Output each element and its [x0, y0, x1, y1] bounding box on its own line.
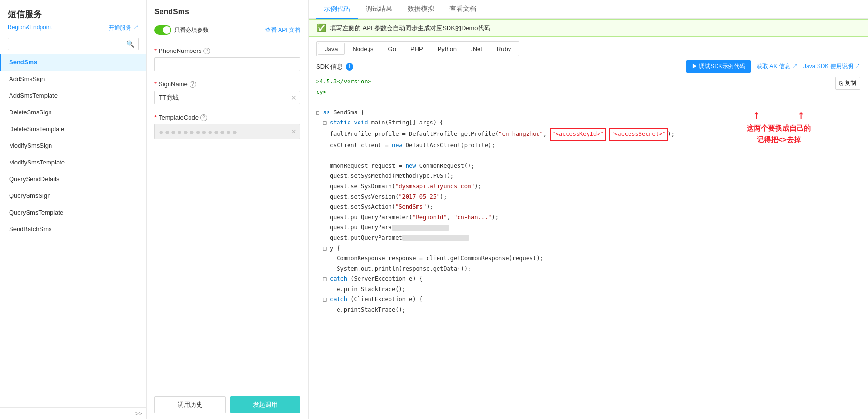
code-line-9: mmonRequest request = new CommonRequest(… — [316, 161, 860, 172]
templatecode-help-icon[interactable]: ? — [200, 114, 207, 121]
sdk-info-help-icon[interactable]: i — [346, 63, 353, 71]
lang-tab-java[interactable]: Java — [318, 43, 345, 55]
java-sdk-link[interactable]: Java SDK 使用说明 ↗ — [803, 62, 860, 71]
annotation-line1: 这两个要换成自己的 — [747, 124, 811, 133]
lang-tabs-bar: Java Node.js Go PHP Python .Net Ruby — [316, 41, 519, 56]
sidebar-item-modifysmstemplate[interactable]: ModifySmsTemplate — [0, 154, 146, 171]
lang-tab-nodejs[interactable]: Node.js — [346, 43, 380, 54]
code-line-21: e.printStackTrace(); — [316, 285, 860, 295]
copy-button[interactable]: ⎘ 复制 — [835, 77, 860, 90]
sidebar-item-querysmssign[interactable]: QuerySmsSign — [0, 187, 146, 204]
debug-sdk-button[interactable]: ▶ 调试SDK示例代码 — [686, 60, 751, 73]
signname-help-icon[interactable]: ? — [190, 81, 196, 88]
sidebar-item-deletesmssign[interactable]: DeleteSmsSign — [0, 104, 146, 121]
field-phonenumbers-name: PhoneNumbers — [159, 47, 201, 54]
sdk-info-right: ▶ 调试SDK示例代码 获取 AK 信息 ↗ Java SDK 使用说明 ↗ — [686, 60, 860, 73]
code-line-23: e.printStackTrace(); — [316, 305, 860, 316]
middle-header: SendSms — [147, 0, 308, 20]
middle-title: SendSms — [154, 8, 189, 16]
sidebar-search-box: 🔍 — [8, 38, 139, 50]
field-signname-name: SignName — [159, 81, 188, 88]
sidebar-item-addsmstemplate[interactable]: AddSmsTemplate — [0, 87, 146, 104]
required-params-toggle[interactable] — [154, 25, 171, 35]
sidebar-item-querysenddetails[interactable]: QuerySendDetails — [0, 171, 146, 187]
field-templatecode-label: * TemplateCode ? — [154, 114, 300, 121]
sidebar-item-querysmstemplate[interactable]: QuerySmsTemplate — [0, 204, 146, 221]
view-api-link[interactable]: 查看 API 文档 — [265, 26, 300, 34]
annotation-line2: 记得把<>去掉 — [757, 135, 801, 144]
tab-data-mock[interactable]: 数据模拟 — [400, 0, 442, 19]
sdk-info-bar: SDK 信息 i ▶ 调试SDK示例代码 获取 AK 信息 ↗ Java SDK… — [309, 56, 868, 77]
region-endpoint-link[interactable]: Region&Endpoint — [8, 24, 52, 32]
code-line-2: cy> — [316, 87, 860, 98]
field-signname-label: * SignName ? — [154, 81, 300, 88]
middle-footer: 调用历史 发起调用 — [147, 390, 308, 419]
arrow-left-icon: ↑ — [753, 109, 759, 121]
middle-subheader: 只看必填参数 查看 API 文档 — [147, 20, 308, 40]
sidebar-item-addsmssign[interactable]: AddSmsSign — [0, 71, 146, 87]
required-star-2: * — [154, 81, 157, 88]
code-line-10: quest.setSysMethod(MethodType.POST); — [316, 171, 860, 182]
copy-label: 复制 — [845, 79, 856, 87]
invoke-button[interactable]: 发起调用 — [230, 396, 301, 413]
copy-icon: ⎘ — [839, 80, 843, 87]
tab-debug-result[interactable]: 调试结果 — [358, 0, 400, 19]
lang-tab-php[interactable]: PHP — [404, 43, 430, 54]
call-history-button[interactable]: 调用历史 — [154, 396, 226, 413]
code-line-3 — [316, 97, 860, 108]
blurred-dots: ●●●●●●●●●●●●● — [159, 127, 238, 137]
annotation-text: 这两个要换成自己的 记得把<>去掉 — [747, 123, 811, 145]
sidebar-nav: SendSms AddSmsSign AddSmsTemplate Delete… — [0, 54, 146, 407]
sidebar-item-sendbatchsms[interactable]: SendBatchSms — [0, 221, 146, 237]
sidebar-item-modifysmssign[interactable]: ModifySmsSign — [0, 137, 146, 154]
search-input[interactable] — [12, 41, 126, 48]
templatecode-blurred[interactable]: ●●●●●●●●●●●●● — [154, 124, 300, 139]
code-line-19: System.out.println(response.getData()); — [316, 264, 860, 275]
sidebar: 短信服务 Region&Endpoint 开通服务 ↗ 🔍 SendSms Ad… — [0, 0, 147, 419]
lang-tab-go[interactable]: Go — [381, 43, 403, 54]
toggle-group: 只看必填参数 — [154, 25, 209, 35]
required-star-3: * — [154, 114, 157, 121]
info-banner: ✅ 填写左侧的 API 参数会自动同步生成对应SDK的Demo代码 — [309, 19, 868, 37]
code-line-13: quest.setSysAction("SendSms"); — [316, 202, 860, 213]
templatecode-clear-icon[interactable]: ✕ — [291, 128, 297, 135]
code-line-8 — [316, 151, 860, 161]
field-phonenumbers: * PhoneNumbers ? — [154, 47, 300, 71]
code-line-12: quest.setSysVersion("2017-05-25"); — [316, 192, 860, 203]
signname-input[interactable] — [154, 91, 300, 104]
info-check-icon: ✅ — [317, 23, 326, 32]
open-service-link[interactable]: 开通服务 ↗ — [109, 24, 139, 32]
sdk-info-label: SDK 信息 — [316, 62, 343, 71]
annotation-arrows: ↑ ↑ — [753, 109, 805, 121]
sidebar-links: Region&Endpoint 开通服务 ↗ — [0, 24, 146, 36]
templatecode-input-wrapper: ●●●●●●●●●●●●● ✕ — [154, 124, 300, 139]
signname-clear-icon[interactable]: ✕ — [291, 94, 297, 102]
code-line-22: □ catch (ClientException e) { — [316, 295, 860, 305]
form-body: * PhoneNumbers ? * SignName ? ✕ * — [147, 40, 308, 390]
code-line-16: quest.putQueryParamet — [316, 233, 860, 244]
lang-tab-python[interactable]: Python — [431, 43, 463, 54]
lang-tab-ruby[interactable]: Ruby — [490, 43, 518, 54]
tab-example-code[interactable]: 示例代码 — [316, 0, 358, 19]
banner-text: 填写左侧的 API 参数会自动同步生成对应SDK的Demo代码 — [330, 24, 490, 32]
code-line-14: quest.putQueryParameter("RegionId", "cn-… — [316, 213, 860, 223]
lang-tab-dotnet[interactable]: .Net — [464, 43, 489, 54]
tab-view-docs[interactable]: 查看文档 — [442, 0, 484, 19]
code-line-17: □ y { — [316, 244, 860, 254]
code-line-18: CommonResponse response = client.getComm… — [316, 254, 860, 264]
code-line-1: >4.5.3</version> — [316, 77, 860, 87]
right-panel: 示例代码 调试结果 数据模拟 查看文档 ✅ 填写左侧的 API 参数会自动同步生… — [309, 0, 868, 419]
code-line-20: □ catch (ServerException e) { — [316, 274, 860, 285]
phonenumbers-help-icon[interactable]: ? — [203, 48, 210, 54]
right-content: ✅ 填写左侧的 API 参数会自动同步生成对应SDK的Demo代码 Java N… — [309, 19, 868, 419]
phonenumbers-input-wrapper — [154, 57, 300, 71]
signname-input-wrapper: ✕ — [154, 91, 300, 104]
phonenumbers-input[interactable] — [154, 57, 300, 71]
sidebar-title: 短信服务 — [0, 0, 146, 24]
sidebar-bottom: >> — [0, 407, 146, 419]
sdk-info-left: SDK 信息 i — [316, 62, 353, 71]
collapse-arrow-icon[interactable]: >> — [135, 409, 142, 417]
sidebar-item-sendsms[interactable]: SendSms — [0, 54, 146, 71]
get-ak-link[interactable]: 获取 AK 信息 ↗ — [757, 62, 798, 71]
sidebar-item-deletesmstemplate[interactable]: DeleteSmsTemplate — [0, 121, 146, 137]
